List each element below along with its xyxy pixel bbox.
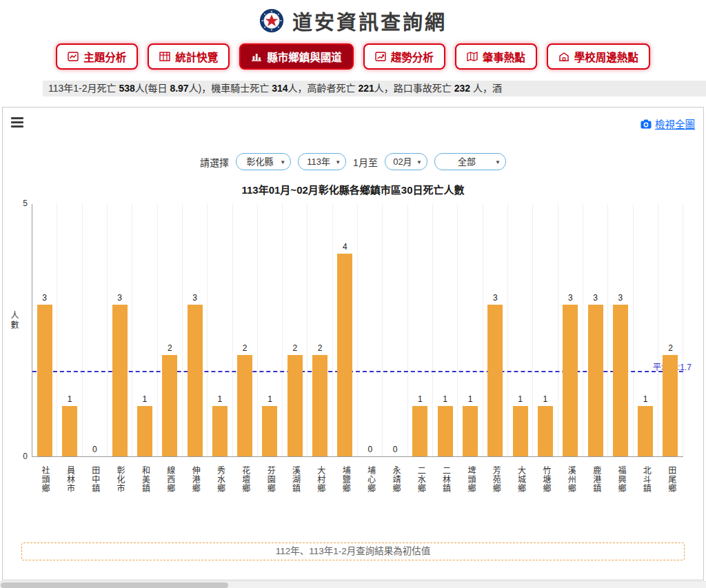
- bar-線西鄉[interactable]: [162, 355, 177, 456]
- chart-column: 3: [32, 204, 57, 456]
- bar-value-label: 1: [433, 394, 457, 404]
- bar-value-label: 0: [83, 445, 107, 454]
- bar-chart-plot: 平均線:1.7 31031231212240011131133312: [32, 204, 683, 457]
- bar-鹿港鎮[interactable]: [588, 305, 603, 456]
- area-select[interactable]: 全部: [434, 153, 506, 170]
- chart-column: 3: [583, 204, 608, 456]
- bar-value-label: 2: [658, 343, 683, 353]
- bar-chart-icon: [251, 52, 262, 61]
- x-axis-label: 芬園鄉: [257, 460, 282, 493]
- chart-column: 1: [533, 204, 558, 456]
- month-range-label: 1月至: [353, 155, 378, 169]
- nav-button-stats-overview[interactable]: 統計快覽: [148, 43, 230, 70]
- page-title: 道安資訊查詢網: [292, 6, 447, 35]
- chart-column: 3: [483, 204, 508, 456]
- chart-column: 4: [333, 204, 358, 456]
- site-logo-icon: [259, 8, 284, 33]
- chart-column: 2: [158, 204, 183, 456]
- x-axis-label: 福興鄉: [608, 460, 633, 493]
- bar-大村鄉[interactable]: [312, 355, 327, 456]
- x-axis-label: 線西鄉: [157, 460, 182, 493]
- bar-value-label: 2: [307, 343, 332, 353]
- x-axis-label: 芳苑鄉: [483, 460, 507, 493]
- disclaimer-note: 112年、113年1-2月查詢結果為初估值: [21, 543, 685, 560]
- x-axis-label: 二林鎮: [433, 460, 458, 493]
- bar-社頭鄉[interactable]: [37, 305, 52, 456]
- bar-北斗鎮[interactable]: [638, 406, 653, 456]
- hamburger-menu-icon[interactable]: [11, 117, 23, 130]
- bar-和美鎮[interactable]: [137, 406, 152, 456]
- x-axis-label: 大城鄉: [508, 460, 533, 493]
- nav-button-accident-hotspot[interactable]: 肇事熱點: [455, 43, 537, 70]
- bar-value-label: 2: [283, 343, 307, 353]
- bar-value-label: 3: [558, 293, 583, 303]
- bar-二水鄉[interactable]: [412, 406, 427, 456]
- nav-button-school-area-hotspot[interactable]: 學校周邊熱點: [547, 43, 650, 70]
- bar-value-label: 3: [608, 293, 632, 303]
- chart-title: 113年01月~02月彰化縣各鄉鎮市區30日死亡人數: [3, 182, 703, 196]
- bar-溪湖鎮[interactable]: [288, 355, 303, 456]
- horizontal-scrollbar[interactable]: [0, 581, 706, 588]
- bar-竹塘鄉[interactable]: [538, 406, 553, 456]
- x-axis-label: 鹿港鎮: [583, 460, 608, 493]
- x-axis-label: 田中鎮: [82, 460, 107, 493]
- bar-伸港鄉[interactable]: [188, 305, 203, 456]
- x-axis-label: 北斗鎮: [633, 460, 658, 493]
- chart-column: 2: [233, 204, 258, 456]
- main-nav: 主題分析統計快覽縣市鄉鎮與國道趨勢分析肇事熱點學校周邊熱點: [0, 43, 706, 70]
- chart-column: 1: [408, 204, 433, 456]
- bar-value-label: 1: [208, 394, 232, 404]
- y-tick-max: 5: [14, 199, 28, 208]
- chart-column: 1: [208, 204, 232, 456]
- view-full-chart-link[interactable]: 檢視全圖: [641, 116, 695, 131]
- bar-value-label: 3: [32, 293, 57, 303]
- bar-溪州鄉[interactable]: [563, 305, 578, 456]
- chart-column: 3: [108, 204, 132, 456]
- nav-button-trend-analysis[interactable]: 趨勢分析: [363, 43, 445, 70]
- scrollbar-thumb[interactable]: [1, 582, 228, 588]
- chart-column: 1: [132, 204, 157, 456]
- nav-button-county-town-highway[interactable]: 縣市鄉鎮與國道: [239, 43, 354, 70]
- year-select[interactable]: 113年: [298, 153, 346, 170]
- page: 道安資訊查詢網 主題分析統計快覽縣市鄉鎮與國道趨勢分析肇事熱點學校周邊熱點 11…: [0, 0, 706, 588]
- view-full-chart-label: 檢視全圖: [655, 116, 695, 131]
- trend-chart-icon: [375, 52, 386, 61]
- month-select[interactable]: 02月: [385, 153, 427, 170]
- camera-icon: [641, 119, 652, 129]
- bar-埤頭鄉[interactable]: [463, 406, 478, 456]
- chart-column: 1: [634, 204, 658, 456]
- bar-田尾鄉[interactable]: [663, 355, 678, 456]
- county-select[interactable]: 彰化縣: [236, 153, 291, 170]
- chart-column: 3: [183, 204, 208, 456]
- x-axis-label: 埔鹽鄉: [332, 460, 357, 493]
- bar-大城鄉[interactable]: [513, 406, 528, 456]
- x-axis-label: 秀水鄉: [207, 460, 232, 493]
- nav-button-theme-analysis[interactable]: 主題分析: [56, 43, 138, 70]
- bar-芬園鄉[interactable]: [262, 406, 277, 456]
- y-axis-label: 人數: [8, 311, 20, 330]
- chart-column: 2: [307, 204, 332, 456]
- bar-二林鎮[interactable]: [438, 406, 453, 456]
- bar-秀水鄉[interactable]: [212, 406, 228, 456]
- nav-button-label: 肇事熱點: [483, 49, 525, 64]
- bar-value-label: 4: [333, 242, 357, 252]
- x-axis-labels: 社頭鄉員林市田中鎮彰化市和美鎮線西鄉伸港鄉秀水鄉花壇鄉芬園鄉溪湖鎮大村鄉埔鹽鄉埔…: [32, 460, 683, 493]
- bar-埔鹽鄉[interactable]: [337, 254, 352, 456]
- bar-value-label: 3: [183, 293, 207, 303]
- line-chart-icon: [68, 52, 79, 61]
- bar-花壇鄉[interactable]: [237, 355, 252, 456]
- chart-column: 3: [558, 204, 583, 456]
- x-axis-label: 和美鎮: [132, 460, 157, 493]
- bar-value-label: 3: [108, 293, 132, 303]
- bar-員林市[interactable]: [62, 406, 77, 456]
- site-header: 道安資訊查詢網: [0, 4, 706, 37]
- nav-button-label: 縣市鄉鎮與國道: [267, 49, 342, 64]
- y-tick-min: 0: [14, 452, 28, 461]
- bar-value-label: 3: [483, 293, 507, 303]
- bar-彰化市[interactable]: [112, 305, 128, 456]
- x-axis-label: 社頭鄉: [32, 460, 57, 493]
- bar-福興鄉[interactable]: [613, 305, 628, 456]
- bar-value-label: 0: [383, 445, 407, 454]
- bar-芳苑鄉[interactable]: [487, 305, 503, 456]
- x-axis-label: 花壇鄉: [232, 460, 257, 493]
